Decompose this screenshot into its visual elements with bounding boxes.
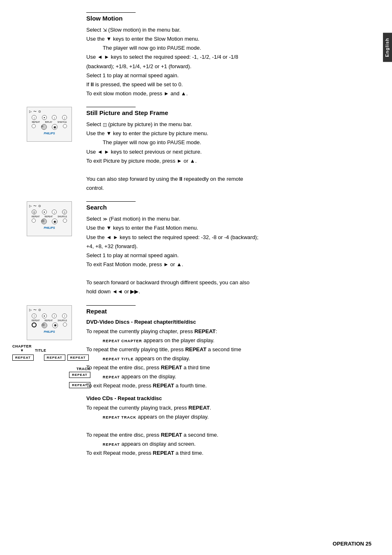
repeat-box-1: REPEAT	[12, 355, 34, 361]
vcd-subsection-title: Video CDs - Repeat track/disc	[86, 395, 371, 401]
center-icon: II	[42, 124, 43, 128]
repeat-box-3: REPEAT	[67, 355, 89, 361]
para: To repeat the entire disc, press REPEAT …	[86, 431, 371, 439]
label-shuffle: SHUFFLE	[58, 121, 67, 123]
repeat-box-2: REPEAT	[44, 355, 65, 361]
still-picture-content: Select ◫ (picture by picture) in the men…	[86, 120, 371, 192]
play-icon-s: ▷	[29, 204, 32, 208]
para: hold down ◄◄ or ▶▶.	[86, 288, 371, 296]
btn-s3: ⟩	[52, 210, 57, 214]
remote-icons-top-repeat: ▷ 〜 ⊙	[29, 308, 41, 312]
circle-r4	[63, 322, 67, 327]
btn-r3: ⟩	[52, 313, 57, 318]
circle-s1	[32, 219, 36, 223]
circle-center: II	[41, 124, 47, 130]
still-picture-section: ▷ 〜 ⊙ ⟨ ● ⟩ ⟩ REPEAT BIPLAY SHU	[0, 107, 392, 193]
para: The player will now go into PAUSE mode.	[86, 44, 371, 52]
language-tab: English	[383, 33, 392, 62]
label-shuffle-s: SHUFFLE	[58, 215, 67, 218]
para: Select 1 to play at normal speed again.	[86, 71, 371, 80]
picture-icon: ⊙	[38, 110, 41, 113]
para: To repeat the currently playing track, p…	[86, 404, 371, 412]
para: Use ◄ ► keys to select previous or next …	[86, 148, 371, 156]
remote-circle-row: II ◉	[29, 124, 69, 130]
remote-btn-row-search: ⟨⟩ ● ⟩ ⟩	[29, 210, 69, 214]
label-repeat-r: REPEAT	[32, 319, 40, 322]
search-remote-area: ▷ 〜 ⊙ ⟨⟩ ● ⟩ ⟩ REPEAT REPEAT SH	[12, 201, 86, 297]
para	[86, 422, 371, 430]
remote-control-still: ▷ 〜 ⊙ ⟨ ● ⟩ ⟩ REPEAT BIPLAY SHU	[12, 107, 86, 142]
para: To repeat the currently playing chapter,…	[86, 327, 371, 336]
para: To exit slow motion mode, press ► To exi…	[86, 90, 371, 98]
dvd-subsection: DVD-Video Discs - Repeat chapter/title/d…	[86, 319, 371, 390]
philips-label-search: PHILIPS	[44, 226, 55, 229]
search-divider	[86, 201, 136, 202]
page: English Slow Motion Select ⇲ (Slow motio…	[0, 0, 392, 555]
btn4-icon: ⟩	[64, 116, 65, 119]
remote-image-repeat: ▷ 〜 ⊙ ⟨ ● ⟩ ⟩ REPEAT REPEAT SHU	[27, 305, 72, 340]
para: REPEAT appears on display and screen.	[86, 440, 371, 448]
slow-motion-title: Slow Motion	[86, 15, 371, 22]
para: Select ⇲ (Slow motion) in the menu bar.	[86, 26, 371, 34]
label-repeat2-s: REPEAT	[45, 215, 53, 218]
label-repeat-s: REPEAT	[32, 215, 40, 218]
circle-s-center: ◎	[41, 219, 47, 224]
btn2-icon: ●	[44, 116, 45, 119]
slow-motion-text: Slow Motion Select ⇲ (Slow motion) in th…	[86, 12, 392, 99]
para: Use the ▼ key to enter the picture by pi…	[86, 129, 371, 138]
search-content: Select ≫ (Fast motion) in the menu bar. …	[86, 215, 371, 296]
btn-s1: ⟨⟩	[32, 210, 37, 214]
para: (backward); +1/8, +1/4, +1/2 or +1 (forw…	[86, 62, 371, 71]
para: REPEAT TRACK appears on the player displ…	[86, 413, 371, 421]
wave-icon-s: 〜	[33, 204, 37, 208]
remote-top-search: ▷ 〜 ⊙	[29, 204, 69, 208]
slow-motion-content: Select ⇲ (Slow motion) in the menu bar. …	[86, 26, 371, 98]
btn-s4: ⟩	[62, 210, 67, 214]
para: +4, +8, +32 (forward).	[86, 242, 371, 251]
remote-text-labels: REPEAT BIPLAY SHUFFLE	[29, 121, 69, 123]
slow-motion-remote-area	[12, 12, 86, 99]
btn-r3-icon: ⟩	[54, 314, 55, 317]
para: You can also step forward by using the I…	[86, 175, 371, 183]
track-repeat-box: REPEAT	[69, 372, 90, 378]
circle-s3: ◉	[52, 219, 58, 224]
display-row-1: CHAPTER ▼ TITLE	[12, 344, 95, 352]
still-picture-divider	[86, 107, 136, 107]
repeat-section: ▷ 〜 ⊙ ⟨ ● ⟩ ⟩ REPEAT REPEAT SHU	[0, 305, 392, 458]
wave-icon-r: 〜	[33, 308, 37, 312]
repeat-display-boxes: CHAPTER ▼ TITLE REPEAT REPEAT REPEAT TRA…	[12, 344, 95, 388]
repeat-left: ▷ 〜 ⊙ ⟨ ● ⟩ ⟩ REPEAT REPEAT SHU	[12, 305, 86, 458]
vcd-subsection: Video CDs - Repeat track/disc To repeat …	[86, 395, 371, 458]
para	[86, 166, 371, 174]
circle-r1	[32, 322, 37, 327]
search-section: ▷ 〜 ⊙ ⟨⟩ ● ⟩ ⟩ REPEAT REPEAT SH	[0, 201, 392, 297]
para: The player will now go into PAUSE mode.	[86, 138, 371, 147]
philips-label-repeat: PHILIPS	[44, 330, 55, 333]
remote-control-search: ▷ 〜 ⊙ ⟨⟩ ● ⟩ ⟩ REPEAT REPEAT SH	[12, 201, 86, 236]
circle-s4	[63, 219, 67, 223]
btn1-icon: ⟨	[34, 116, 35, 119]
btn4: ⟩	[62, 115, 67, 120]
btn-s4-icon: ⟩	[64, 211, 65, 214]
label-repeat: REPEAT	[32, 121, 40, 123]
search-text: Search Select ≫ (Fast motion) in the men…	[86, 201, 392, 297]
para: Select ≫ (Fast motion) in the menu bar.	[86, 215, 371, 223]
picture-icon-r: ⊙	[38, 308, 41, 312]
remote-image-search: ▷ 〜 ⊙ ⟨⟩ ● ⟩ ⟩ REPEAT REPEAT SH	[27, 201, 72, 236]
repeat-divider	[86, 305, 136, 306]
center-r-icon: ◎	[42, 323, 45, 327]
language-label: English	[385, 38, 390, 57]
btn-s2-icon: ●	[44, 211, 45, 213]
title-label: TITLE	[35, 348, 46, 352]
para: Use the ▼ keys to enter the Fast Motion …	[86, 224, 371, 232]
still-picture-text: Still Picture and Step Frame Select ◫ (p…	[86, 107, 392, 193]
repeat-text: Repeat DVD-Video Discs - Repeat chapter/…	[86, 305, 392, 458]
picture-icon-s: ⊙	[38, 204, 41, 208]
btn3: ⟩	[52, 115, 57, 120]
para: control.	[86, 184, 371, 192]
circle-r3: ◉	[52, 322, 58, 328]
single-repeat-box: REPEAT	[69, 382, 90, 388]
label-repeat2-r: REPEAT	[45, 319, 53, 322]
remote-btn-row-repeat: ⟨ ● ⟩ ⟩	[29, 313, 69, 318]
remote-image: ▷ 〜 ⊙ ⟨ ● ⟩ ⟩ REPEAT BIPLAY SHU	[27, 107, 72, 142]
